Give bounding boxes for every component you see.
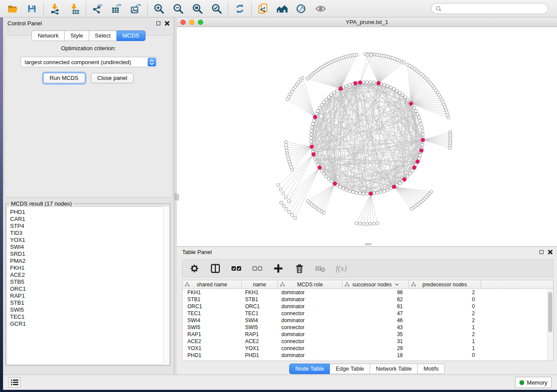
node-table[interactable]: shared namenameMCDS rolesuccessor nodesp…	[182, 280, 554, 361]
zoom-selected-icon[interactable]	[210, 2, 223, 15]
zoom-out-icon[interactable]	[172, 2, 185, 15]
table-cell: 43	[343, 324, 409, 330]
close-table-panel-icon[interactable]	[548, 250, 553, 254]
close-panel-button[interactable]: Close panel	[91, 73, 134, 83]
table-row[interactable]: RAP1RAP1dominator352	[183, 331, 553, 338]
table-cell: 2	[409, 289, 481, 296]
table-cell: 0	[409, 296, 481, 303]
save-session-icon[interactable]	[25, 2, 38, 15]
float-panel-icon[interactable]	[156, 21, 160, 25]
graphics-details-icon[interactable]	[295, 2, 308, 15]
table-mode-gear-icon[interactable]	[187, 261, 202, 276]
apply-layout-icon[interactable]	[233, 2, 246, 15]
network-from-selection-icon[interactable]	[256, 2, 270, 15]
home-panels-icon[interactable]	[276, 2, 289, 15]
table-cell: connector	[278, 310, 343, 316]
result-node[interactable]: TEC1	[10, 313, 169, 320]
tab-network[interactable]: Network	[31, 31, 65, 41]
table-cell: dominator	[278, 303, 343, 309]
zoom-in-icon[interactable]	[152, 2, 166, 15]
deselect-all-icon[interactable]	[250, 261, 265, 276]
mcds-result-list[interactable]: PHD1CAR1STP4TID3YOX1SWI4SRD1PMA2FKH1ACE2…	[7, 206, 169, 364]
result-node[interactable]: CAR1	[10, 216, 169, 223]
export-network-icon[interactable]	[91, 2, 104, 15]
tab-node-table[interactable]: Node Table	[289, 364, 330, 374]
result-node[interactable]: ORC1	[10, 285, 169, 292]
delete-columns-trash-icon[interactable]	[292, 261, 307, 276]
result-node[interactable]: TID3	[10, 230, 169, 237]
tab-select[interactable]: Select	[89, 31, 117, 41]
column-header-name[interactable]: name	[242, 280, 278, 289]
result-node[interactable]: PMA2	[10, 258, 169, 265]
zoom-fit-icon[interactable]	[191, 2, 204, 15]
node-table-header[interactable]: shared namenameMCDS rolesuccessor nodesp…	[183, 280, 553, 289]
search-box[interactable]	[431, 3, 548, 14]
main-content: Control Panel NetworkStyleSelectMCDS Opt…	[3, 17, 557, 375]
result-list-scrollbar[interactable]	[163, 206, 169, 364]
result-node[interactable]: SWI5	[10, 306, 169, 313]
close-panel-icon[interactable]	[165, 21, 170, 26]
table-row[interactable]: SWI5SWI5connector431	[183, 324, 553, 331]
export-table-icon[interactable]	[110, 2, 123, 15]
table-scrollbar-thumb[interactable]	[548, 292, 552, 332]
network-vertical-scroll-thumb[interactable]	[177, 194, 179, 201]
export-image-icon[interactable]	[129, 2, 142, 15]
task-history-button[interactable]	[8, 377, 21, 388]
table-cell: TEC1	[183, 310, 242, 316]
table-cell: ACE2	[183, 338, 242, 344]
tab-edge-table[interactable]: Edge Table	[330, 364, 370, 374]
table-row[interactable]: ACE2ACE2connector311	[183, 338, 553, 345]
table-cell: 0	[409, 352, 481, 358]
result-node[interactable]: PHD1	[10, 209, 169, 216]
tab-motifs[interactable]: Motifs	[418, 364, 445, 374]
table-cell: 96	[343, 289, 409, 296]
result-node[interactable]: RAP1	[10, 292, 169, 299]
table-panel-title: Table Panel	[182, 249, 212, 255]
table-row[interactable]: PHD1PHD1dominator180	[183, 352, 553, 359]
table-row[interactable]: FKH1FKH1dominator962	[183, 289, 553, 296]
node-table-rows[interactable]: FKH1FKH1dominator962STB1STB1dominator620…	[183, 289, 553, 359]
result-node[interactable]: STB5	[10, 279, 169, 285]
control-panel: Control Panel NetworkStyleSelectMCDS Opt…	[3, 17, 174, 375]
select-all-icon[interactable]	[229, 261, 244, 276]
import-table-icon[interactable]	[68, 2, 81, 15]
tab-network-table[interactable]: Network Table	[370, 364, 418, 374]
optimization-criterion-select[interactable]: largest connected component (undirected)	[21, 57, 157, 67]
network-graph[interactable]	[177, 27, 557, 247]
show-hide-columns-icon[interactable]	[208, 261, 223, 276]
table-cell: 31	[343, 338, 409, 344]
column-header-MCDS-role[interactable]: MCDS role	[278, 280, 343, 289]
column-header-successor-nodes[interactable]: successor nodes	[343, 280, 409, 289]
tab-style[interactable]: Style	[65, 31, 89, 41]
table-row[interactable]: SWI4SWI4dominator462	[183, 317, 553, 324]
table-row[interactable]: STB1STB1dominator620	[183, 296, 553, 303]
result-node[interactable]: SRD1	[10, 251, 169, 258]
memory-button[interactable]: Memory	[515, 377, 552, 388]
table-cell: 62	[343, 296, 409, 303]
network-canvas[interactable]	[177, 27, 557, 246]
table-row[interactable]: TEC1TEC1connector472	[183, 310, 553, 317]
result-node[interactable]: SWI4	[10, 244, 169, 251]
table-row[interactable]: ORC1ORC1dominator610	[183, 303, 553, 310]
search-input[interactable]	[442, 6, 544, 12]
create-column-icon[interactable]	[271, 261, 286, 276]
result-node[interactable]: YOX1	[10, 237, 169, 244]
network-horizontal-scroll-thumb[interactable]	[365, 243, 372, 245]
import-network-icon[interactable]	[48, 2, 62, 15]
hide-edges-eye-icon[interactable]	[314, 2, 327, 15]
result-node[interactable]: FKH1	[10, 265, 169, 272]
column-header-predecessor-nodes[interactable]: predecessor nodes	[409, 280, 481, 289]
table-cell: connector	[278, 324, 343, 330]
result-node[interactable]: ACE2	[10, 272, 169, 279]
tab-mcds[interactable]: MCDS	[117, 31, 145, 41]
table-scrollbar[interactable]	[547, 289, 553, 361]
open-file-icon[interactable]	[6, 2, 19, 15]
result-node[interactable]: GCR1	[10, 320, 169, 327]
table-cell: SWI4	[183, 317, 242, 323]
column-header-shared-name[interactable]: shared name	[183, 280, 242, 289]
result-node[interactable]: STB1	[10, 299, 169, 306]
run-mcds-button[interactable]: Run MCDS	[43, 73, 85, 83]
table-row[interactable]: YOX1YOX1connector291	[183, 345, 553, 352]
result-node[interactable]: STP4	[10, 223, 169, 230]
float-table-panel-icon[interactable]	[540, 250, 543, 254]
